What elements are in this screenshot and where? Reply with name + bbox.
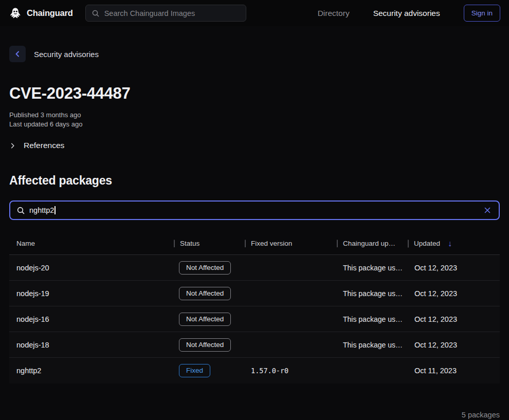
table-row[interactable]: nodejs-16 Not Affected This package us… … <box>9 306 500 332</box>
chainguard-updates: This package us… <box>337 289 408 298</box>
status-badge: Not Affected <box>179 313 231 326</box>
column-header-chainguard-updates[interactable]: Chainguard up… <box>337 240 408 247</box>
search-icon <box>92 9 100 17</box>
column-header-name[interactable]: Name <box>9 240 174 247</box>
affected-packages-heading: Affected packages <box>9 174 500 188</box>
chainguard-logo[interactable]: Chainguard <box>9 7 73 20</box>
last-updated-date: Last updated 6 days ago <box>9 120 500 129</box>
affected-packages-table: Name Status Fixed version Chainguard up…… <box>9 232 500 384</box>
package-name[interactable]: nodejs-20 <box>9 264 174 272</box>
column-header-fixed-version[interactable]: Fixed version <box>245 240 337 247</box>
status-badge: Not Affected <box>179 338 231 352</box>
chevron-right-icon <box>9 142 16 149</box>
column-header-updated[interactable]: Updated ↓ <box>408 239 500 248</box>
table-row[interactable]: nghttp2 Fixed 1.57.0-r0 Oct 11, 2023 <box>9 358 500 384</box>
package-name[interactable]: nodejs-19 <box>9 289 174 298</box>
nav-link-security-advisories[interactable]: Security advisories <box>373 9 440 18</box>
chainguard-updates: This package us… <box>337 315 408 323</box>
global-search-box[interactable] <box>85 5 246 22</box>
package-name[interactable]: nghttp2 <box>9 367 174 375</box>
status-badge: Not Affected <box>179 287 231 300</box>
updated-date: Oct 12, 2023 <box>408 341 500 349</box>
status-cell: Not Affected <box>174 313 245 326</box>
table-header: Name Status Fixed version Chainguard up…… <box>9 232 500 255</box>
main-content: Security advisories CVE-2023-44487 Publi… <box>0 46 509 419</box>
package-filter-input[interactable]: nghttp2 <box>9 200 500 220</box>
references-label: References <box>24 141 64 150</box>
references-toggle[interactable]: References <box>9 141 500 150</box>
chainguard-updates: This package us… <box>337 264 408 272</box>
breadcrumb: Security advisories <box>9 46 500 62</box>
table-row[interactable]: nodejs-18 Not Affected This package us… … <box>9 332 500 358</box>
updated-date: Oct 12, 2023 <box>408 289 500 298</box>
table-row[interactable]: nodejs-20 Not Affected This package us… … <box>9 255 500 281</box>
search-icon <box>16 206 25 215</box>
status-cell: Not Affected <box>174 287 245 300</box>
sign-in-button[interactable]: Sign in <box>464 5 500 22</box>
back-button[interactable] <box>9 46 26 62</box>
table-row[interactable]: nodejs-19 Not Affected This package us… … <box>9 281 500 306</box>
chainguard-updates: This package us… <box>337 341 408 349</box>
close-icon <box>483 206 492 214</box>
octopus-logo-icon <box>9 7 22 20</box>
package-name[interactable]: nodejs-16 <box>9 315 174 323</box>
chevron-left-icon <box>14 50 21 58</box>
advisory-meta: Published 3 months ago Last updated 6 da… <box>9 111 500 129</box>
updated-date: Oct 12, 2023 <box>408 315 500 323</box>
top-navbar: Chainguard Directory Security advisories… <box>0 0 509 26</box>
global-search-input[interactable] <box>104 9 240 17</box>
updated-date: Oct 12, 2023 <box>408 264 500 272</box>
status-cell: Not Affected <box>174 261 245 275</box>
page-title: CVE-2023-44487 <box>9 84 500 103</box>
brand-name: Chainguard <box>27 8 73 18</box>
status-badge: Not Affected <box>179 261 231 275</box>
table-body: nodejs-20 Not Affected This package us… … <box>9 255 500 384</box>
status-badge: Fixed <box>179 364 210 377</box>
status-cell: Not Affected <box>174 338 245 352</box>
text-cursor <box>54 206 56 214</box>
status-cell: Fixed <box>174 364 245 377</box>
package-count: 5 packages <box>9 411 500 419</box>
fixed-version: 1.57.0-r0 <box>245 367 337 375</box>
column-header-status[interactable]: Status <box>174 240 245 247</box>
package-filter-value[interactable]: nghttp2 <box>29 206 478 214</box>
sort-descending-icon[interactable]: ↓ <box>448 239 452 248</box>
published-date: Published 3 months ago <box>9 111 500 120</box>
nav-link-directory[interactable]: Directory <box>318 9 350 18</box>
clear-search-button[interactable] <box>482 205 493 215</box>
package-name[interactable]: nodejs-18 <box>9 341 174 349</box>
breadcrumb-label[interactable]: Security advisories <box>34 50 99 59</box>
updated-date: Oct 11, 2023 <box>408 367 500 375</box>
